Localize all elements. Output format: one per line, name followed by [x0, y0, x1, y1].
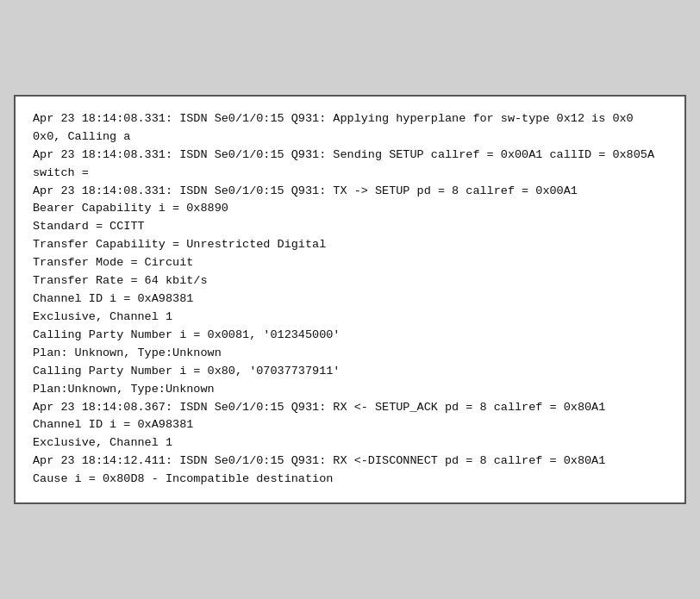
- terminal-output: Apr 23 18:14:08.331: ISDN Se0/1/0:15 Q93…: [14, 95, 686, 504]
